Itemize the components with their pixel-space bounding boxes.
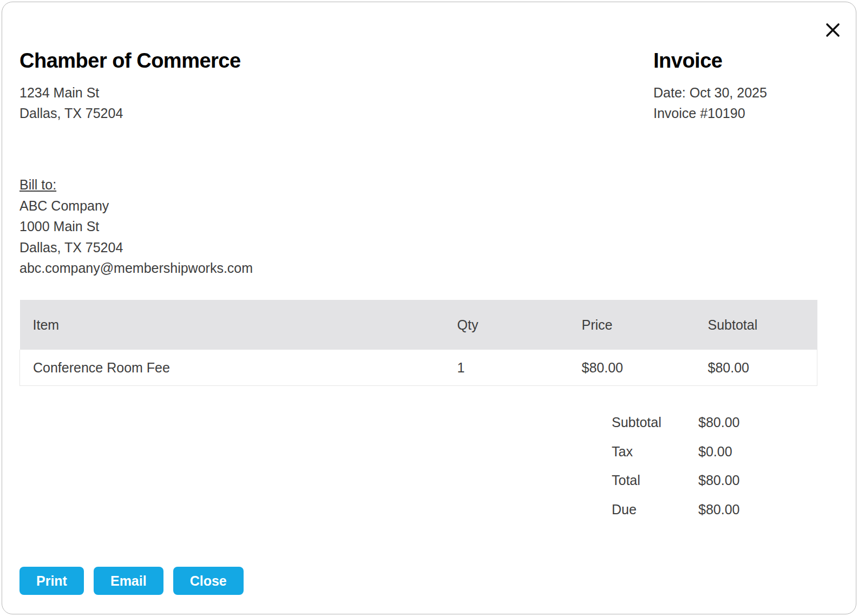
bill-to-block: Bill to: ABC Company 1000 Main St Dallas… <box>19 174 253 279</box>
total-value: $80.00 <box>698 502 739 517</box>
organization-address-line1: 1234 Main St <box>19 82 123 103</box>
invoice-items-table: Item Qty Price Subtotal Conference Room … <box>19 300 817 386</box>
close-icon-glyph <box>826 23 840 37</box>
action-buttons: Print Email Close <box>19 567 244 595</box>
bill-to-email: abc.company@membershipworks.com <box>19 258 253 279</box>
print-button[interactable]: Print <box>19 567 84 595</box>
column-header-subtotal: Subtotal <box>708 300 817 350</box>
organization-name: Chamber of Commerce <box>19 49 241 73</box>
invoice-date: Date: Oct 30, 2025 <box>653 82 767 103</box>
close-button[interactable]: Close <box>173 567 244 595</box>
table-header-row: Item Qty Price Subtotal <box>20 300 817 350</box>
total-value: $0.00 <box>698 444 732 460</box>
bill-to-address-line1: 1000 Main St <box>19 216 253 237</box>
cell-subtotal: $80.00 <box>708 350 817 386</box>
bill-to-address-line2: Dallas, TX 75204 <box>19 237 253 258</box>
invoice-modal: Chamber of Commerce 1234 Main St Dallas,… <box>2 2 856 614</box>
total-row-tax: Tax $0.00 <box>612 437 739 467</box>
column-header-price: Price <box>582 300 708 350</box>
organization-address: 1234 Main St Dallas, TX 75204 <box>19 82 123 123</box>
invoice-title: Invoice <box>653 49 722 73</box>
invoice-meta: Date: Oct 30, 2025 Invoice #10190 <box>653 82 767 123</box>
column-header-qty: Qty <box>457 300 582 350</box>
total-label: Tax <box>612 444 698 460</box>
column-header-item: Item <box>20 300 457 350</box>
bill-to-name: ABC Company <box>19 195 253 217</box>
totals-block: Subtotal $80.00 Tax $0.00 Total $80.00 D… <box>612 408 739 524</box>
total-value: $80.00 <box>698 415 739 430</box>
cell-item: Conference Room Fee <box>20 350 457 386</box>
cell-qty: 1 <box>457 350 582 386</box>
total-label: Subtotal <box>612 415 698 430</box>
invoice-number: Invoice #10190 <box>653 103 767 123</box>
email-button[interactable]: Email <box>94 567 163 595</box>
organization-address-line2: Dallas, TX 75204 <box>19 103 123 123</box>
table-row: Conference Room Fee 1 $80.00 $80.00 <box>20 350 817 386</box>
total-row-due: Due $80.00 <box>612 495 739 525</box>
cell-price: $80.00 <box>582 350 708 386</box>
total-row-subtotal: Subtotal $80.00 <box>612 408 739 437</box>
total-value: $80.00 <box>698 473 739 488</box>
bill-to-label: Bill to: <box>19 174 253 195</box>
total-label: Total <box>612 473 698 488</box>
close-icon[interactable] <box>824 22 841 38</box>
total-label: Due <box>612 502 698 517</box>
total-row-total: Total $80.00 <box>612 466 739 495</box>
